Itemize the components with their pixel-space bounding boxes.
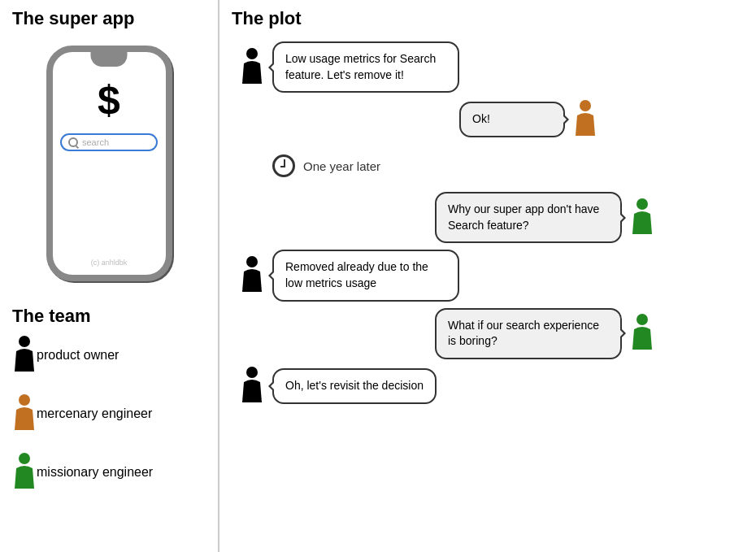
dialogue-row-4: Removed already due to the low metrics u… [240,250,744,301]
speaker-missionary-engineer-1 [630,198,654,238]
dialogue-row-3: Why our super app don't have Search feat… [435,192,744,243]
svg-point-2 [19,453,30,464]
dialogue-row-6: Oh, let's revisit the decision [240,366,744,406]
clock-icon [272,154,295,177]
team-item-product-owner: product owner [12,335,206,376]
svg-point-1 [19,394,30,406]
search-placeholder-text: search [82,137,109,147]
bubble-2-text: Ok! [472,112,490,125]
team-item-missionary-engineer: missionary engineer [12,452,206,493]
dollar-icon: $ [98,76,120,124]
missionary-engineer-label: missionary engineer [37,465,153,480]
time-marker: One year later [232,154,744,177]
bubble-2: Ok! [459,102,565,137]
phone-content: $ search [53,76,166,151]
svg-point-5 [637,198,648,210]
bubble-1: Low usage metrics for Search feature. Le… [272,41,459,93]
search-bar: search [60,133,158,151]
svg-point-7 [637,314,648,325]
team-section: The team product owner mercenary enginee… [12,306,206,511]
bubble-4-text: Removed already due to the low metrics u… [285,260,428,289]
svg-point-8 [246,367,258,378]
right-panel: The plot Low usage metrics for Search fe… [219,0,756,552]
bubble-5: What if our search experience is boring? [435,308,622,359]
plot-title: The plot [232,8,744,29]
dialogue-row-5: What if our search experience is boring? [435,308,744,359]
search-icon [68,137,78,147]
speaker-product-owner-1 [240,47,264,88]
team-title: The team [12,306,206,327]
missionary-engineer-icon [12,452,37,493]
time-label: One year later [303,159,380,173]
team-item-mercenary-engineer: mercenary engineer [12,393,206,434]
bubble-1-text: Low usage metrics for Search feature. Le… [285,52,436,81]
svg-point-6 [246,256,258,267]
bubble-4: Removed already due to the low metrics u… [272,250,459,301]
bubble-3: Why our super app don't have Search feat… [435,192,622,243]
phone-watermark: (c) anhldbk [91,259,128,267]
svg-point-3 [246,48,258,59]
bubble-6: Oh, let's revisit the decision [272,368,437,404]
left-panel: The super app $ search (c) anhldbk The t… [0,0,219,552]
dialogue-row-2: Ok! [459,99,744,140]
svg-point-0 [19,336,30,347]
bubble-6-text: Oh, let's revisit the decision [285,379,424,392]
phone-mockup: $ search (c) anhldbk [12,46,206,281]
app-title: The super app [12,8,206,29]
speaker-product-owner-3 [240,366,264,406]
dialogue-row-1: Low usage metrics for Search feature. Le… [240,41,744,93]
product-owner-icon [12,335,37,376]
mercenary-engineer-icon [12,393,37,434]
speaker-product-owner-2 [240,255,264,296]
product-owner-label: product owner [37,348,119,363]
mercenary-engineer-label: mercenary engineer [37,406,152,421]
bubble-5-text: What if our search experience is boring? [448,319,599,348]
svg-point-4 [580,100,591,111]
phone-body: $ search (c) anhldbk [46,46,172,281]
phone-notch [91,52,128,67]
bubble-3-text: Why our super app don't have Search feat… [448,202,599,232]
speaker-mercenary-engineer-1 [573,99,597,140]
speaker-missionary-engineer-2 [630,313,654,354]
